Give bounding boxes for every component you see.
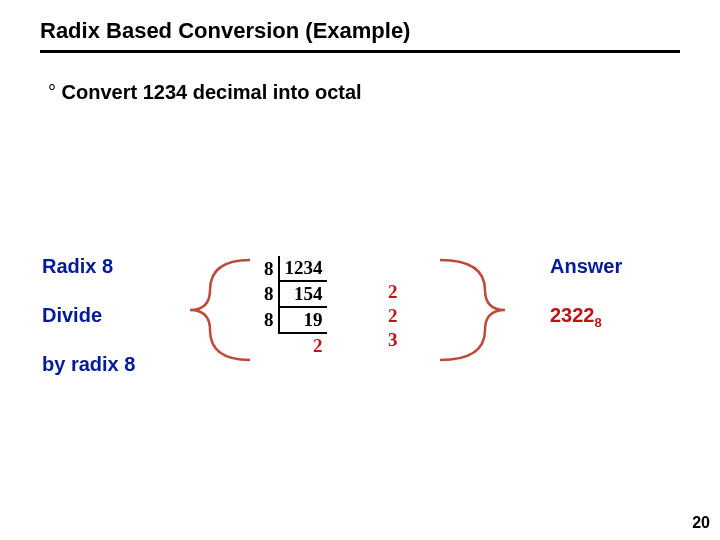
radix-3: 8	[260, 307, 279, 333]
remainder-2: 2	[388, 304, 398, 328]
answer-base: 8	[595, 315, 602, 330]
remainder-1: 2	[388, 280, 398, 304]
answer-value: 23228	[550, 304, 622, 330]
label-divide: Divide	[42, 304, 135, 327]
answer-label: Answer	[550, 255, 622, 278]
final-quotient: 2	[279, 333, 327, 358]
label-by-radix: by radix 8	[42, 353, 135, 376]
label-radix: Radix 8	[42, 255, 135, 278]
bullet-convert: ° Convert 1234 decimal into octal	[48, 81, 720, 104]
radix-1: 8	[260, 256, 279, 281]
remainders: 2 2 3	[388, 280, 398, 352]
slide-title: Radix Based Conversion (Example)	[40, 18, 680, 53]
remainder-3: 3	[388, 328, 398, 352]
answer-digits: 2322	[550, 304, 595, 326]
left-labels: Radix 8 Divide by radix 8	[42, 255, 135, 402]
bullet-text: Convert 1234 decimal into octal	[62, 81, 362, 103]
dividend-1: 1234	[279, 256, 327, 281]
brace-left-icon	[150, 240, 265, 380]
dividend-2: 154	[279, 281, 327, 307]
division-work: 8 1234 8 154 8 19 2	[260, 256, 327, 358]
brace-right-icon	[430, 240, 550, 380]
dividend-3: 19	[279, 307, 327, 333]
page-number: 20	[692, 514, 710, 532]
answer-block: Answer 23228	[550, 255, 622, 330]
radix-2: 8	[260, 281, 279, 307]
